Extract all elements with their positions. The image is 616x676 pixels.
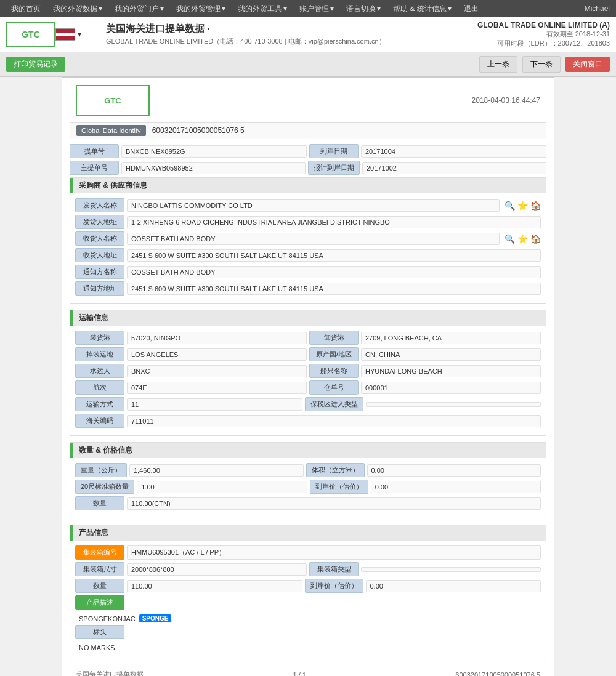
doc-footer: 美国每关进口提单数据 1 / 1 600320171005000051076 5 <box>70 666 546 676</box>
header-subtitle: GLOBAL TRADE ONLINE LIMITED（电话：400-710-3… <box>106 37 465 46</box>
notify-name-row: 通知方名称 COSSET BATH AND BODY <box>75 265 541 279</box>
shipper-name-value: NINGBO LATTIS COMMODITY CO LTD <box>127 199 500 212</box>
header-logo-area: GTC <box>6 22 55 47</box>
arrival-date-value: 20171004 <box>361 145 546 158</box>
notify-address-value: 2451 S 600 W SUITE #300 SOUTH SALT LAKE … <box>127 283 541 295</box>
consignee-name-value: COSSET BATH AND BODY <box>127 233 500 245</box>
close-button[interactable]: 关闭窗口 <box>565 57 610 72</box>
top-toolbar: 打印贸易记录 上一条 下一条 关闭窗口 <box>0 52 616 77</box>
container-type-label: 集装箱类型 <box>309 562 359 576</box>
origin-country-label: 原产国/地区 <box>309 347 359 361</box>
next-button[interactable]: 下一条 <box>522 56 561 73</box>
report-arrival-value: 20171002 <box>362 162 546 174</box>
nav-user: Michael <box>585 4 610 13</box>
container-size-label: 集装箱尺寸 <box>75 562 124 576</box>
volume-value: 0.00 <box>367 464 541 477</box>
notify-address-row: 通知方地址 2451 S 600 W SUITE #300 SOUTH SALT… <box>75 281 541 296</box>
inbond-type-label: 保税区进入类型 <box>305 397 363 411</box>
shipper-icons: 🔍 ⭐ 🏠 <box>505 201 541 211</box>
master-bill-row: 主提单号 HDMUNXWB0598952 报计到岸日期 20171002 <box>70 161 546 175</box>
quantity-label: 数量 <box>75 496 124 510</box>
shipper-search-icon[interactable]: 🔍 <box>505 201 515 211</box>
consignee-search-icon[interactable]: 🔍 <box>505 234 515 244</box>
master-bill-label: 主提单号 <box>70 161 119 175</box>
nav-trade-data[interactable]: 我的外贸数据 ▾ <box>48 1 107 17</box>
nav-trade-mgmt[interactable]: 我的外贸管理 ▾ <box>171 1 230 17</box>
port-row1: 装货港 57020, NINGPO 卸货港 2709, LONG BEACH, … <box>75 331 541 345</box>
product-quantity-price-row: 数量 110.00 到岸价（估价） 0.00 <box>75 579 541 593</box>
load-port-value: 57020, NINGPO <box>127 332 307 344</box>
nav-lang[interactable]: 语言切换 ▾ <box>341 1 386 17</box>
product-tag: SPONGE <box>139 614 172 622</box>
bill-number-row: 提单号 BNXCBINEX8952G 到岸日期 20171004 <box>70 144 546 158</box>
vessel-name-label: 船只名称 <box>309 364 359 378</box>
company-name: GLOBAL TRADE ONLINE LIMITED (A) <box>477 21 610 30</box>
top-nav-left: 我的首页 我的外贸数据 ▾ 我的外贸门户 ▾ 我的外贸管理 ▾ 我的外贸工具 ▾… <box>6 1 484 17</box>
container-size-type-row: 集装箱尺寸 2000*806*800 集装箱类型 <box>75 562 541 576</box>
notify-address-label: 通知方地址 <box>75 281 124 296</box>
product-arrival-price-value: 0.00 <box>366 580 541 592</box>
shipper-address-value: 1-2 XINHENG 6 ROAD CICHENG INDUSTRIAL AR… <box>127 216 541 228</box>
volume-label: 体积（立方米） <box>306 463 365 477</box>
warehouse-no-label: 仓单号 <box>309 380 359 395</box>
gdi-value: 600320171005000051076 5 <box>152 126 245 135</box>
nav-trade-tools[interactable]: 我的外贸工具 ▾ <box>233 1 292 17</box>
quantity-section-title: 数量 & 价格信息 <box>79 445 132 456</box>
flag-icon <box>55 28 75 41</box>
shipper-name-label: 发货人名称 <box>75 198 124 212</box>
hs-codes-label: 海关编码 <box>75 414 124 428</box>
product-quantity-value: 110.00 <box>127 580 302 592</box>
quantity-section-header: 数量 & 价格信息 <box>70 443 546 458</box>
nav-help[interactable]: 帮助 & 统计信息 ▾ <box>388 1 456 17</box>
consignee-name-row: 收货人名称 COSSET BATH AND BODY 🔍 ⭐ 🏠 <box>75 231 541 246</box>
doc-footer-pagination: 1 / 1 <box>293 671 306 677</box>
load-place-value: LOS ANGELES <box>127 348 307 361</box>
print-button[interactable]: 打印贸易记录 <box>6 57 65 72</box>
standard-containers-value: 1.00 <box>137 481 307 493</box>
nav-account[interactable]: 账户管理 ▾ <box>294 1 339 17</box>
supplier-section-title: 采购商 & 供应商信息 <box>79 180 147 191</box>
product-section-header: 产品信息 <box>70 525 546 541</box>
transport-mode-inbond-row: 运输方式 11 保税区进入类型 <box>75 397 541 411</box>
consignee-name-label: 收货人名称 <box>75 231 124 246</box>
consignee-home-icon[interactable]: 🏠 <box>530 234 541 244</box>
marks-value: NO MARKS <box>79 644 115 651</box>
arrival-price-value: 0.00 <box>371 481 541 493</box>
marks-header-row: 标头 <box>75 625 541 639</box>
supplier-section: 采购商 & 供应商信息 发货人名称 NINGBO LATTIS COMMODIT… <box>70 177 546 304</box>
shipper-home-icon[interactable]: 🏠 <box>530 201 541 211</box>
master-bill-value: HDMUNXWB0598952 <box>121 162 306 174</box>
product-section-body: 集装箱编号 HMMU6095301（AC / L / PP） 集装箱尺寸 200… <box>70 541 546 659</box>
hs-codes-value: 711011 <box>127 415 541 427</box>
top-nav: 我的首页 我的外贸数据 ▾ 我的外贸门户 ▾ 我的外贸管理 ▾ 我的外贸工具 ▾… <box>0 0 616 17</box>
voyage-value: 074E <box>127 382 307 394</box>
containers-arrival-price-row: 20尺标准箱数量 1.00 到岸价（估价） 0.00 <box>75 480 541 494</box>
product-section: 产品信息 集装箱编号 HMMU6095301（AC / L / PP） 集装箱尺… <box>70 525 546 659</box>
supplier-section-header: 采购商 & 供应商信息 <box>70 178 546 193</box>
product-description-header-row: 产品描述 <box>75 595 541 610</box>
consignee-icons: 🔍 ⭐ 🏠 <box>505 234 541 244</box>
nav-logout[interactable]: 退出 <box>459 1 484 17</box>
doc-logo: GTC <box>76 85 150 116</box>
doc-header: GTC 2018-04-03 16:44:47 <box>70 85 546 116</box>
shipper-name-row: 发货人名称 NINGBO LATTIS COMMODITY CO LTD 🔍 ⭐… <box>75 198 541 212</box>
prev-button[interactable]: 上一条 <box>479 56 517 73</box>
container-type-value <box>361 567 541 572</box>
discharge-port-value: 2709, LONG BEACH, CA <box>361 332 541 344</box>
arrival-date-label: 到岸日期 <box>309 144 359 158</box>
consignee-star-icon[interactable]: ⭐ <box>517 234 528 244</box>
flag-container[interactable]: ▾ <box>55 28 81 41</box>
nav-home[interactable]: 我的首页 <box>6 1 46 17</box>
header-bar: GTC ▾ 美国海关进口提单数据 · GLOBAL TRADE ONLINE L… <box>0 17 616 52</box>
nav-trade-portal[interactable]: 我的外贸门户 ▾ <box>110 1 169 17</box>
carrier-value: BNXC <box>127 365 307 377</box>
quantity-value: 110.00(CTN) <box>127 497 541 510</box>
product-quantity-label: 数量 <box>75 579 124 593</box>
document-content: GTC 2018-04-03 16:44:47 Global Data Iden… <box>62 77 554 676</box>
header-right: GLOBAL TRADE ONLINE LIMITED (A) 有效期至 201… <box>477 21 610 48</box>
origin-country-value: CN, CHINA <box>361 348 541 361</box>
gdi-label: Global Data Identity <box>76 125 146 136</box>
shipper-star-icon[interactable]: ⭐ <box>517 201 528 211</box>
transport-section-header: 运输信息 <box>70 310 546 326</box>
container-no-value: HMMU6095301（AC / L / PP） <box>127 545 541 560</box>
